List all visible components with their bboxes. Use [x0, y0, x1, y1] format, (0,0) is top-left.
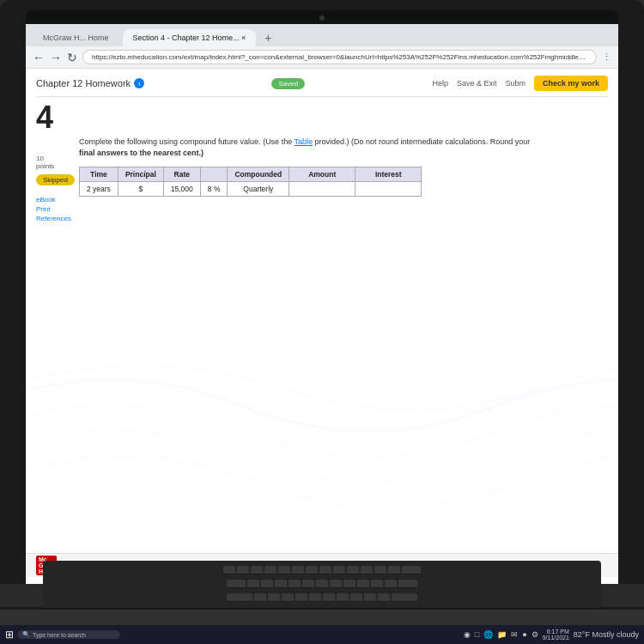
table-area: Time Principal Rate Compounded Amount In…	[79, 167, 608, 197]
taskbar: ⊞ 🔍 Type here to search ◉ □ 🌐 📁 ✉ ● ⚙ 6:…	[0, 625, 644, 644]
question-meta: 10 points Skipped eBook Print References	[36, 155, 75, 222]
header-actions: Help Save & Exit Subm Check my work	[432, 76, 608, 91]
question-text-part2: provided.) (Do not round intermediate ca…	[315, 137, 531, 146]
help-link[interactable]: Help	[432, 79, 448, 88]
key[interactable]	[261, 580, 273, 588]
key[interactable]	[295, 593, 307, 602]
key[interactable]	[289, 580, 301, 588]
key[interactable]	[268, 593, 280, 602]
col-rate-pct	[200, 167, 228, 182]
ebook-links: eBook Print References	[36, 196, 75, 222]
save-exit-button[interactable]: Save & Exit	[457, 79, 497, 88]
key[interactable]	[323, 593, 335, 602]
references-link[interactable]: References	[36, 215, 75, 222]
address-bar-row: ← → ↻ https://ezto.mheducation.com/ext/m…	[26, 46, 618, 68]
col-rate: Rate	[163, 167, 200, 182]
key[interactable]	[247, 580, 259, 588]
decorative-bg	[26, 337, 618, 551]
chapter-title: Chapter 12 Homework i	[36, 78, 144, 88]
col-time: Time	[80, 167, 118, 182]
key[interactable]	[385, 580, 397, 588]
info-icon[interactable]: i	[134, 78, 144, 88]
key[interactable]	[371, 580, 383, 588]
laptop-keyboard	[43, 561, 601, 608]
tab-bar: McGraw H... Home Section 4 - Chapter 12 …	[26, 24, 618, 46]
key[interactable]	[364, 593, 376, 602]
ebook-link[interactable]: eBook	[36, 196, 75, 204]
key[interactable]	[319, 566, 331, 574]
table-link[interactable]: Table	[295, 137, 313, 146]
taskbar-icons: ◉ □ 🌐 📁 ✉ ● ⚙ 6:17 PM 9/11/2021 82°F Mos…	[464, 629, 639, 641]
bold-note: final answers to the nearest cent.)	[79, 149, 204, 157]
question-number: 4	[36, 102, 53, 133]
cell-rate: 8 %	[200, 182, 228, 197]
key[interactable]	[392, 593, 417, 602]
back-button[interactable]: ←	[33, 51, 45, 64]
key[interactable]	[237, 566, 249, 574]
browser-chrome: McGraw H... Home Section 4 - Chapter 12 …	[26, 24, 618, 69]
start-button[interactable]: ⊞	[5, 629, 14, 641]
taskbar-icon-7: ⚙	[532, 630, 538, 639]
key[interactable]	[337, 593, 349, 602]
question-text: Complete the following using compound fu…	[79, 137, 608, 158]
key[interactable]	[227, 580, 246, 588]
print-link[interactable]: Print	[36, 205, 75, 213]
key[interactable]	[316, 580, 328, 588]
new-tab-button[interactable]: +	[259, 29, 276, 46]
cell-amount[interactable]	[289, 182, 355, 197]
key[interactable]	[398, 580, 417, 588]
key[interactable]	[361, 566, 373, 574]
submit-button[interactable]: Subm	[505, 79, 526, 88]
forward-button[interactable]: →	[50, 51, 62, 64]
refresh-button[interactable]: ↻	[67, 51, 77, 64]
key[interactable]	[333, 566, 345, 574]
key[interactable]	[330, 580, 342, 588]
amount-input[interactable]	[296, 185, 348, 193]
key[interactable]	[378, 593, 390, 602]
key[interactable]	[254, 593, 266, 602]
key[interactable]	[275, 580, 287, 588]
key[interactable]	[282, 593, 294, 602]
key[interactable]	[347, 566, 359, 574]
rate-value: 8	[208, 185, 212, 193]
check-my-work-button[interactable]: Check my work	[534, 76, 608, 91]
key[interactable]	[227, 593, 252, 602]
taskbar-search-input[interactable]: Type here to search	[33, 632, 86, 638]
key[interactable]	[350, 593, 362, 602]
key[interactable]	[388, 566, 400, 574]
col-compounded: Compounded	[228, 167, 289, 182]
taskbar-search[interactable]: 🔍 Type here to search	[17, 630, 120, 639]
key[interactable]	[402, 566, 421, 574]
col-principal: Principal	[118, 167, 163, 182]
taskbar-time: 6:17 PM 9/11/2021	[543, 629, 569, 641]
tab-active[interactable]: Section 4 - Chapter 12 Home... ×	[123, 29, 257, 46]
key[interactable]	[251, 566, 263, 574]
taskbar-icon-3: 🌐	[483, 630, 493, 639]
key[interactable]	[309, 593, 321, 602]
address-bar[interactable]: https://ezto.mheducation.com/ext/map/ind…	[82, 50, 597, 64]
camera-dot	[319, 15, 325, 21]
interest-input[interactable]	[362, 185, 414, 193]
key[interactable]	[357, 580, 369, 588]
key[interactable]	[292, 566, 304, 574]
skipped-badge: Skipped	[36, 174, 75, 185]
key[interactable]	[302, 580, 314, 588]
key[interactable]	[343, 580, 355, 588]
col-interest: Interest	[355, 167, 422, 182]
key[interactable]	[306, 566, 318, 574]
key[interactable]	[264, 566, 276, 574]
chapter-title-text: Chapter 12 Homework	[36, 78, 131, 88]
key[interactable]	[223, 566, 235, 574]
taskbar-icon-2: □	[475, 630, 479, 639]
cell-principal-symbol: $	[118, 182, 163, 197]
cell-interest[interactable]	[355, 182, 422, 197]
key[interactable]	[278, 566, 290, 574]
cell-principal: 15,000	[163, 182, 200, 197]
page-content: Chapter 12 Homework i Saved Help Save & …	[26, 69, 618, 577]
points-label: points	[36, 162, 75, 170]
rate-symbol: %	[214, 185, 221, 193]
col-amount: Amount	[289, 167, 355, 182]
tab-inactive[interactable]: McGraw H... Home	[33, 29, 119, 46]
key[interactable]	[374, 566, 386, 574]
cell-compounded: Quarterly	[228, 182, 289, 197]
